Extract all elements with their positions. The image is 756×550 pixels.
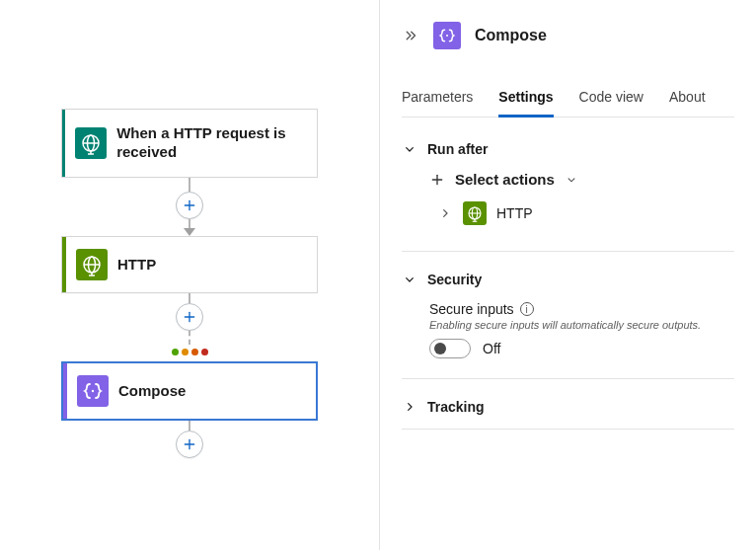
tab-settings[interactable]: Settings	[498, 85, 553, 118]
secure-inputs-state: Off	[483, 341, 500, 356]
node-accent	[63, 363, 67, 419]
select-actions-button[interactable]: Select actions	[429, 171, 734, 188]
add-step-button[interactable]	[176, 303, 203, 331]
globe-icon	[75, 127, 107, 159]
add-step-button[interactable]	[176, 192, 203, 219]
details-panel: Compose Parameters Settings Code view Ab…	[379, 0, 756, 550]
section-run-after: Run after Select actions HTTP	[402, 139, 734, 252]
node-compose[interactable]: Compose	[61, 361, 318, 421]
arrow-down-icon	[184, 228, 195, 236]
connector	[176, 421, 203, 458]
section-title: Run after	[427, 141, 488, 157]
section-tracking: Tracking	[402, 397, 734, 430]
secure-inputs-help: Enabling secure inputs will automaticall…	[429, 319, 734, 331]
node-label: HTTP	[117, 237, 170, 292]
panel-header: Compose	[402, 18, 734, 67]
collapse-icon[interactable]	[402, 27, 419, 44]
globe-icon	[463, 201, 487, 225]
tab-code-view[interactable]: Code view	[579, 85, 643, 117]
connector	[176, 178, 203, 236]
tab-about[interactable]: About	[669, 85, 706, 117]
select-actions-label: Select actions	[455, 171, 555, 188]
chevron-down-icon	[402, 272, 417, 287]
section-toggle[interactable]: Tracking	[402, 397, 734, 415]
braces-icon	[77, 375, 109, 407]
panel-title: Compose	[475, 27, 547, 44]
run-after-item[interactable]: HTTP	[429, 201, 734, 225]
connector	[172, 293, 208, 361]
chevron-right-icon	[437, 205, 453, 221]
secure-inputs-toggle[interactable]	[429, 339, 471, 358]
node-label: When a HTTP request is received	[116, 110, 317, 177]
chevron-right-icon	[402, 399, 417, 415]
node-http[interactable]: HTTP	[61, 236, 318, 293]
tab-parameters[interactable]: Parameters	[402, 85, 473, 117]
info-icon[interactable]: i	[520, 302, 534, 316]
globe-icon	[76, 249, 108, 280]
section-toggle[interactable]: Run after	[402, 139, 734, 171]
section-toggle[interactable]: Security	[402, 270, 734, 301]
node-accent	[62, 110, 65, 177]
toggle-knob	[434, 343, 446, 354]
secure-inputs-label: Secure inputs	[429, 301, 514, 317]
braces-icon	[433, 22, 461, 49]
chevron-down-icon	[402, 141, 417, 157]
node-label: Compose	[118, 363, 199, 419]
add-step-button[interactable]	[176, 431, 203, 458]
section-security: Security Secure inputs i Enabling secure…	[402, 270, 734, 379]
node-accent	[62, 237, 66, 292]
chevron-down-icon	[565, 173, 578, 187]
plus-icon	[429, 172, 445, 188]
node-trigger[interactable]: When a HTTP request is received	[61, 109, 318, 178]
section-title: Security	[427, 272, 482, 287]
run-after-status-dots	[172, 349, 208, 355]
designer-canvas[interactable]: When a HTTP request is received HTTP	[0, 0, 379, 550]
section-title: Tracking	[427, 399, 485, 415]
panel-tabs: Parameters Settings Code view About	[402, 85, 734, 118]
run-after-item-label: HTTP	[496, 205, 533, 221]
